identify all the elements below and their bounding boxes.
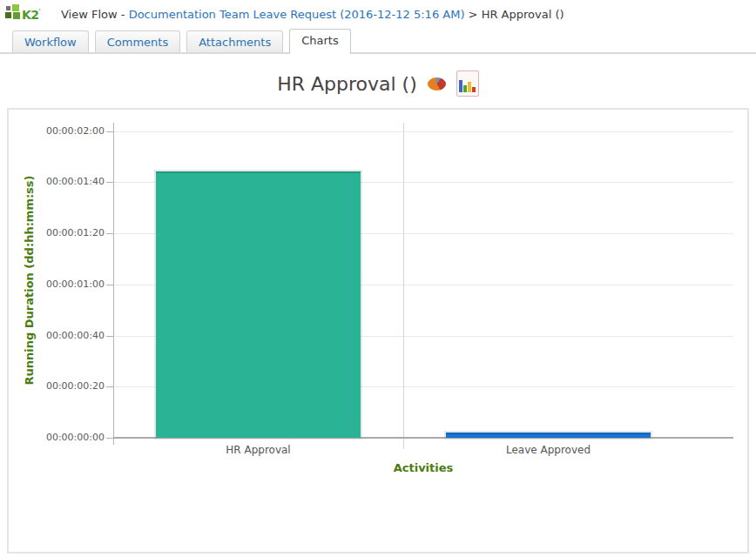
y-tick-label: 00:00:01:00 xyxy=(17,278,105,290)
k2-logo-text: K2' xyxy=(22,8,40,22)
gridline xyxy=(113,131,733,132)
x-axis-title: Activities xyxy=(336,461,510,474)
app-header: K2' View Flow - Documentation Team Leave… xyxy=(0,0,756,28)
y-tick-label: 00:00:00:40 xyxy=(17,330,105,341)
x-category-label-leave-approved: Leave Approved xyxy=(453,444,645,456)
bar-leave-approved xyxy=(446,433,651,438)
pie-chart-icon[interactable] xyxy=(428,77,446,91)
x-category-label-hr-approval: HR Approval xyxy=(163,444,354,456)
y-axis-tick xyxy=(106,336,113,337)
bar-icon-yellow-bar xyxy=(468,82,471,92)
y-axis-tick xyxy=(106,386,113,387)
activity-breadcrumb: > HR Approval () xyxy=(464,8,564,21)
tab-bar-underline xyxy=(0,52,756,54)
tab-comments[interactable]: Comments xyxy=(95,30,180,52)
view-flow-label: View Flow - xyxy=(61,8,129,21)
y-axis-line xyxy=(113,123,114,445)
y-tick-label: 00:00:00:00 xyxy=(17,432,105,443)
y-axis-tick xyxy=(106,182,113,183)
y-tick-label: 00:00:02:00 xyxy=(17,125,105,137)
chart-title-row: HR Approval () xyxy=(0,70,756,97)
tab-bar: Workflow Comments Attachments Charts xyxy=(0,28,756,54)
workflow-instance-link[interactable]: Documentation Team Leave Request (2016-1… xyxy=(129,8,465,21)
bar-icon-blue-bar xyxy=(459,80,462,92)
y-tick-label: 00:00:01:40 xyxy=(17,176,105,187)
k2-logo-square xyxy=(13,12,20,19)
bar-icon-green-bar xyxy=(463,85,467,92)
category-divider-gridline xyxy=(403,123,404,449)
tab-charts[interactable]: Charts xyxy=(289,29,351,54)
k2-logo: K2' xyxy=(5,4,45,23)
y-axis-tick xyxy=(106,285,113,285)
y-axis-tick xyxy=(106,438,113,439)
tab-workflow[interactable]: Workflow xyxy=(12,30,89,52)
bar-icon-red-bar xyxy=(472,87,476,92)
bar-chart-icon[interactable] xyxy=(456,70,479,97)
y-tick-label: 00:00:00:20 xyxy=(17,380,105,392)
bar-hr-approval xyxy=(156,171,361,438)
y-axis-tick xyxy=(106,131,113,132)
tab-attachments[interactable]: Attachments xyxy=(186,30,283,52)
k2-logo-square xyxy=(12,4,19,11)
y-axis-tick xyxy=(106,233,113,234)
y-tick-label: 00:00:01:20 xyxy=(17,227,105,238)
chart-panel: Running Duration (dd:hh:mm:ss) Activitie… xyxy=(7,108,749,554)
chart-title: HR Approval () xyxy=(277,73,417,95)
k2-logo-square xyxy=(5,12,11,18)
page-title: View Flow - Documentation Team Leave Req… xyxy=(61,8,564,21)
k2-logo-square xyxy=(6,6,10,10)
